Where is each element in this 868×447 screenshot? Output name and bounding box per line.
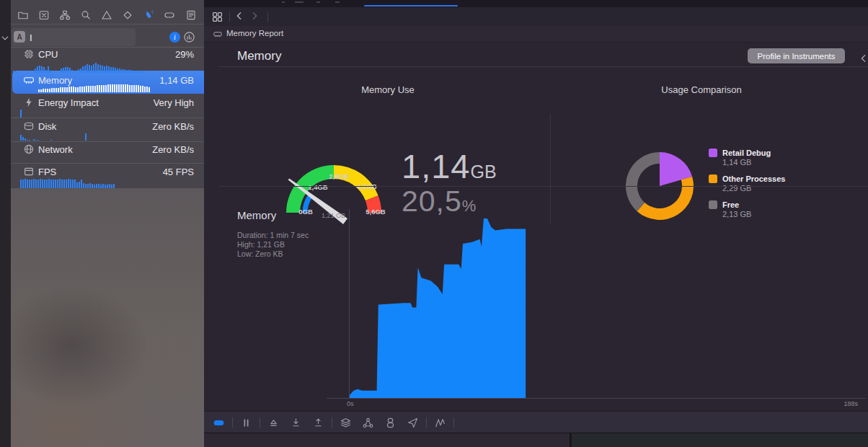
memory-use-heading: Memory Use [218,84,557,95]
energy-sparkline [20,109,22,118]
memory-chart-title: Memory [237,209,276,221]
memory-report-content: Memory Profile in Instruments Memory Use… [204,42,868,411]
profile-in-instruments-button[interactable]: Profile in Instruments [748,48,845,63]
row-value: Very High [154,97,194,108]
sidebar-row-disk[interactable]: Disk Zero KB/s [11,120,204,134]
y-axis-max-label: 1,21 GB [298,212,345,219]
zigzag-icon[interactable] [434,417,446,429]
divider [267,12,268,22]
step-out-icon[interactable] [312,417,324,429]
toolbar-strip [204,0,868,7]
divider [550,114,551,224]
toolbar-mark [335,1,340,3]
x-axis-end-label: 188s [831,400,858,407]
drive-icon [23,120,35,132]
back-button[interactable] [234,11,247,23]
jump-bar [204,7,868,26]
editor-area: Memory Report Memory Profile in Instrume… [204,0,868,447]
memory-sparkline [38,83,150,92]
disk-sparkline [20,133,93,141]
report-header-bar: Memory Report [204,26,868,43]
memory-area-chart [350,209,859,398]
x-axis-line [327,398,866,399]
usage-comparison-heading: Usage Comparison [536,84,867,95]
divider [260,417,260,428]
gauge-tick-label: 1,4GB [308,183,327,191]
memory-use-readout: 1,14GB 20,5% [402,146,497,218]
sidebar-row-energy[interactable]: Energy Impact Very High [11,96,204,110]
row-label: Disk [38,121,56,132]
row-value: 29% [175,49,194,60]
chart-duration: Duration: 1 min 7 sec [237,231,309,239]
divider [426,417,427,428]
legend-label: Other Processes [722,174,860,184]
background-window-strip [0,0,11,447]
pause-icon[interactable] [240,417,252,429]
toolbar-mark [282,1,285,3]
variables-view-panel[interactable] [204,433,570,447]
chart-high: High: 1,21 GB [237,240,285,249]
ram-icon [23,74,35,86]
divider [11,141,204,142]
divider [218,186,868,187]
chevron-down-icon[interactable] [1,34,9,43]
debug-bar [204,411,868,433]
divider [229,12,230,22]
row-label: FPS [38,167,56,177]
legend-value: 2,29 GB [722,184,860,193]
row-value: Zero KB/s [152,144,194,155]
view-hierarchy-icon[interactable] [340,417,352,429]
row-label: Network [38,144,73,155]
gauge-tick-label: 2,8GB [329,172,348,180]
activity-progress-line [364,5,458,6]
row-value: Zero KB/s [152,121,194,132]
x-axis-start-label: 0s [347,400,354,407]
display-icon [23,166,35,177]
simulate-location-icon[interactable] [407,417,419,429]
legend-swatch [709,200,717,209]
report-breadcrumb[interactable]: Memory Report [226,29,283,37]
cpu-icon [23,48,35,60]
legend-item: Other Processes 2,29 GB [709,174,860,193]
bolt-icon [23,97,35,108]
ram-icon [213,30,223,39]
row-label: Energy Impact [38,97,99,108]
divider [218,66,868,67]
legend-swatch [709,149,717,157]
page-title: Memory [237,49,281,63]
toolbar-mark [316,1,320,3]
chart-low: Low: Zero KB [237,249,283,258]
legend-item: Retail Debug 1,14 GB [709,148,860,167]
divider [453,417,454,428]
sidebar-row-network[interactable]: Network Zero KB/s [11,143,204,157]
sidebar-row-cpu[interactable]: CPU 29% [11,48,204,62]
divider [232,417,233,428]
legend-label: Retail Debug [722,148,860,158]
row-label: CPU [38,49,58,60]
legend-label: Free [722,200,860,210]
legend-value: 1,14 GB [722,158,860,167]
environment-overrides-icon[interactable] [384,417,397,429]
memory-value: 1,14GB [402,146,497,186]
legend-swatch [709,174,717,183]
forward-button[interactable] [249,11,262,23]
row-value: 45 FPS [163,167,194,177]
divider [11,163,204,164]
row-value: 1,14 GB [159,75,194,86]
console-panel[interactable] [572,433,868,447]
debug-navigator-sidebar: A I i CPU 29% Memory 1,14 GB Energy Impa… [11,0,204,447]
performance-gauge-list: CPU 29% Memory 1,14 GB Energy Impact Ver… [11,0,204,189]
sidebar-row-fps[interactable]: FPS 45 FPS [11,165,204,180]
divider [11,118,204,118]
memory-graph-icon[interactable] [362,417,374,429]
step-into-icon[interactable] [290,417,302,429]
blur-overlay [11,189,204,447]
step-over-icon[interactable] [267,417,280,429]
toolbar-mark [295,1,304,3]
related-items-icon[interactable] [211,11,223,23]
breakpoints-toggle-icon[interactable] [213,417,225,429]
globe-icon [23,143,35,155]
area-chart-svg [350,209,859,398]
fps-sparkline [20,178,115,188]
divider [332,417,332,428]
